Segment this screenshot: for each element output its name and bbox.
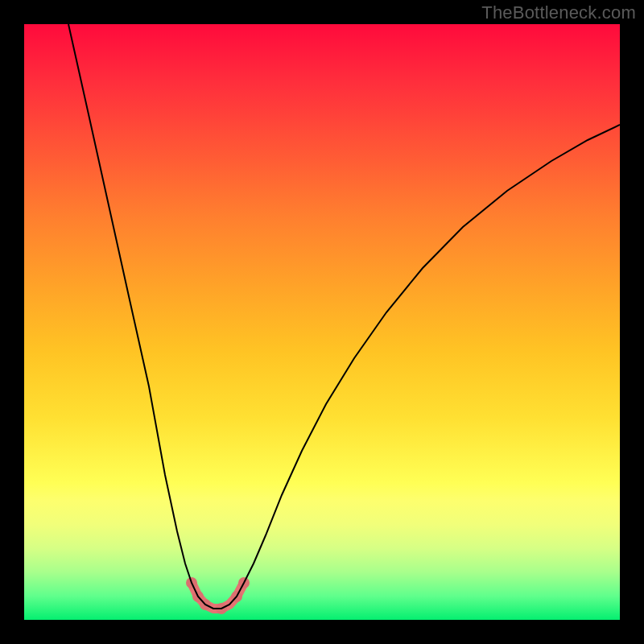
chart-svg	[24, 24, 620, 620]
plot-area	[24, 24, 620, 620]
chart-stage: TheBottleneck.com	[0, 0, 644, 644]
bottleneck-curve-path	[68, 24, 620, 609]
watermark-text: TheBottleneck.com	[481, 2, 636, 23]
bottleneck-curve-series	[68, 24, 620, 609]
